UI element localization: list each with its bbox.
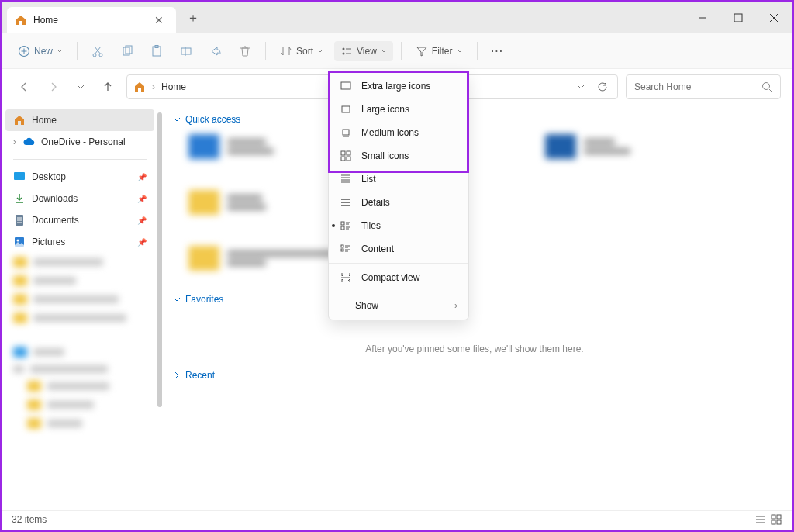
svg-point-15 bbox=[343, 47, 345, 50]
sidebar-item-blurred[interactable] bbox=[5, 271, 154, 290]
list-item[interactable] bbox=[188, 134, 274, 159]
details-icon bbox=[340, 196, 352, 209]
cut-button[interactable] bbox=[85, 41, 110, 61]
copy-button[interactable] bbox=[115, 41, 140, 61]
sidebar-item-onedrive[interactable]: › OneDrive - Personal bbox=[5, 131, 154, 153]
square-icon bbox=[340, 103, 352, 116]
sidebar-item-blurred[interactable] bbox=[5, 343, 154, 361]
share-button[interactable] bbox=[203, 41, 228, 61]
sidebar-item-blurred[interactable] bbox=[5, 377, 154, 396]
search-input[interactable] bbox=[634, 81, 761, 92]
svg-point-19 bbox=[763, 83, 770, 90]
sidebar-item-downloads[interactable]: Downloads 📌 bbox=[5, 188, 154, 209]
svg-rect-43 bbox=[341, 222, 344, 225]
paste-button[interactable] bbox=[144, 41, 169, 61]
menu-item-details[interactable]: Details bbox=[329, 191, 468, 214]
filter-button[interactable]: Filter bbox=[409, 41, 469, 61]
share-icon bbox=[209, 45, 222, 57]
up-button[interactable] bbox=[97, 78, 119, 96]
menu-item-small-icons[interactable]: Small icons bbox=[329, 144, 468, 168]
sidebar-item-blurred[interactable] bbox=[5, 414, 154, 433]
sidebar-item-blurred[interactable] bbox=[5, 290, 154, 309]
forward-button[interactable] bbox=[43, 78, 64, 96]
svg-rect-59 bbox=[772, 515, 775, 519]
sidebar-item-label: Documents bbox=[32, 215, 79, 226]
section-quick-access[interactable]: Quick access bbox=[173, 114, 776, 125]
sort-icon bbox=[280, 45, 292, 57]
main-panel: Quick access Favorites After you've pinn… bbox=[157, 105, 792, 513]
rename-icon bbox=[180, 45, 192, 57]
search-box[interactable] bbox=[626, 74, 781, 99]
svg-rect-28 bbox=[341, 82, 350, 89]
toolbar: New Sort View Filter ··· bbox=[2, 33, 792, 69]
sidebar-item-blurred[interactable] bbox=[5, 396, 154, 414]
menu-item-list[interactable]: List bbox=[329, 168, 468, 191]
tab-label: Home bbox=[33, 15, 150, 26]
minimize-button[interactable] bbox=[685, 2, 720, 33]
paste-icon bbox=[150, 45, 163, 57]
pin-icon[interactable]: 📌 bbox=[137, 195, 147, 203]
svg-rect-51 bbox=[341, 249, 343, 251]
maximize-button[interactable] bbox=[720, 2, 756, 33]
more-button[interactable]: ··· bbox=[485, 42, 510, 60]
svg-line-20 bbox=[769, 89, 772, 92]
menu-item-show[interactable]: Show› bbox=[329, 295, 468, 316]
delete-button[interactable] bbox=[233, 41, 257, 61]
menu-item-compact-view[interactable]: Compact view bbox=[329, 266, 468, 289]
sidebar-item-home[interactable]: Home bbox=[5, 109, 154, 131]
close-window-button[interactable] bbox=[756, 2, 792, 33]
add-tab-button[interactable]: ＋ bbox=[176, 10, 210, 26]
recent-locations-button[interactable] bbox=[72, 80, 89, 94]
chevron-right-icon: › bbox=[454, 300, 457, 311]
back-button[interactable] bbox=[13, 78, 35, 96]
square-icon bbox=[340, 80, 352, 92]
list-item[interactable] bbox=[188, 190, 266, 215]
sidebar-item-blurred[interactable] bbox=[5, 309, 154, 327]
window-tab[interactable]: Home ✕ bbox=[7, 7, 176, 33]
chevron-down-icon bbox=[57, 48, 63, 54]
selected-dot-icon bbox=[332, 224, 335, 227]
menu-item-content[interactable]: Content bbox=[329, 237, 468, 261]
close-tab-icon[interactable]: ✕ bbox=[150, 12, 168, 28]
details-view-toggle[interactable] bbox=[754, 513, 767, 526]
sidebar-item-label: Desktop bbox=[32, 171, 66, 182]
thumbnails-view-toggle[interactable] bbox=[770, 513, 782, 526]
view-label: View bbox=[357, 46, 377, 57]
sidebar-item-label: Home bbox=[32, 115, 57, 126]
pin-icon[interactable]: 📌 bbox=[137, 216, 147, 225]
chevron-right-icon[interactable]: › bbox=[13, 136, 16, 147]
svg-rect-46 bbox=[341, 226, 344, 230]
list-item[interactable] bbox=[545, 134, 630, 159]
pin-icon[interactable]: 📌 bbox=[137, 173, 147, 181]
view-button[interactable]: View bbox=[334, 41, 393, 61]
address-dropdown[interactable] bbox=[574, 83, 588, 91]
menu-item-extra-large-icons[interactable]: Extra large icons bbox=[329, 74, 468, 98]
separator bbox=[401, 42, 402, 60]
pin-icon[interactable]: 📌 bbox=[137, 238, 147, 247]
compact-icon bbox=[340, 271, 352, 284]
sidebar-item-desktop[interactable]: Desktop 📌 bbox=[5, 166, 154, 188]
refresh-button[interactable] bbox=[594, 81, 611, 92]
sidebar-item-label: OneDrive - Personal bbox=[41, 136, 126, 147]
svg-rect-49 bbox=[341, 245, 343, 247]
svg-rect-21 bbox=[14, 172, 25, 180]
separator bbox=[265, 42, 266, 60]
sidebar-item-blurred[interactable] bbox=[5, 253, 154, 271]
sidebar-item-pictures[interactable]: Pictures 📌 bbox=[5, 231, 154, 253]
svg-point-27 bbox=[17, 240, 19, 242]
menu-item-tiles[interactable]: Tiles bbox=[329, 214, 468, 237]
sidebar-item-blurred[interactable] bbox=[5, 361, 154, 377]
list-item[interactable] bbox=[188, 246, 776, 271]
section-recent[interactable]: Recent bbox=[173, 370, 776, 381]
sidebar-item-documents[interactable]: Documents 📌 bbox=[5, 209, 154, 231]
menu-item-medium-icons[interactable]: Medium icons bbox=[329, 121, 468, 144]
tiles-icon bbox=[340, 219, 352, 232]
rename-button[interactable] bbox=[174, 41, 198, 61]
svg-rect-33 bbox=[347, 151, 350, 155]
sidebar-item-label: Pictures bbox=[32, 237, 65, 247]
section-favorites[interactable]: Favorites bbox=[173, 294, 776, 305]
sort-button[interactable]: Sort bbox=[274, 41, 330, 61]
menu-item-large-icons[interactable]: Large icons bbox=[329, 98, 468, 121]
grid-icon bbox=[340, 150, 352, 162]
new-button[interactable]: New bbox=[12, 41, 69, 61]
